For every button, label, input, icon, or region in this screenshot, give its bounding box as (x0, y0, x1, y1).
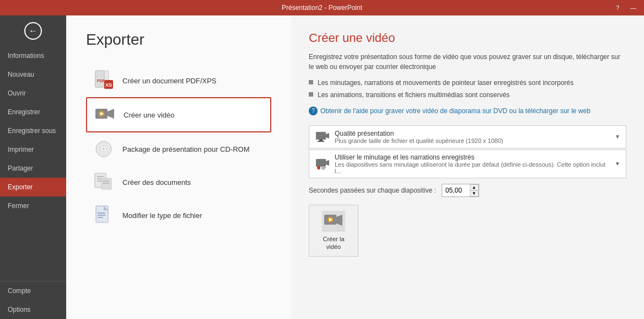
window-title: Présentation2 - PowerPoint (282, 4, 362, 12)
sidebar-item-enregistrer[interactable]: Enregistrer (0, 103, 66, 121)
export-option-pdf[interactable]: PDF XS Créer un document PDF/XPS (86, 64, 271, 97)
title-bar: Présentation2 - PowerPoint ? — (0, 0, 644, 15)
disc-icon (93, 138, 115, 160)
quality-dropdown-arrow: ▼ (615, 134, 620, 140)
svg-rect-24 (316, 132, 326, 140)
seconds-label: Secondes passées sur chaque diapositive … (309, 187, 436, 194)
svg-point-11 (103, 148, 105, 150)
sidebar: ← Informations Nouveau Ouvrir Enregistre… (0, 15, 66, 319)
seconds-row: Secondes passées sur chaque diapositive … (309, 184, 626, 197)
export-video-label: Créer une vidéo (124, 111, 175, 119)
svg-rect-28 (316, 159, 326, 167)
svg-rect-22 (98, 215, 105, 216)
sidebar-item-compte[interactable]: Compte (0, 281, 66, 300)
svg-rect-27 (318, 141, 324, 142)
svg-marker-25 (326, 133, 329, 139)
narration-icon (315, 156, 330, 172)
bullet-icon-1 (309, 80, 313, 84)
detail-bullets: Les minutages, narrations et mouvements … (309, 78, 626, 100)
detail-title: Créer une vidéo (309, 31, 626, 45)
minimize-button[interactable]: — (627, 3, 640, 12)
detail-panel: Créer une vidéo Enregistrez votre présen… (291, 15, 644, 319)
detail-description: Enregistrez votre présentation sous form… (309, 52, 626, 72)
create-video-button-label: Créer lavidéo (323, 235, 344, 251)
svg-rect-15 (97, 180, 101, 182)
narration-dropdown-arrow: ▼ (615, 161, 620, 167)
export-filetype-label: Modifier le type de fichier (122, 211, 202, 220)
seconds-input[interactable] (442, 185, 470, 196)
svg-text:PDF: PDF (97, 79, 105, 83)
seconds-input-wrap: ▲ ▼ (442, 184, 479, 197)
back-circle-icon: ← (24, 22, 42, 40)
create-video-button[interactable]: Créer lavidéo (309, 205, 358, 257)
help-link[interactable]: ? Obtenir de l'aide pour graver votre vi… (309, 107, 626, 115)
narration-dropdown-content: Utiliser le minutage et les narrations e… (335, 153, 610, 174)
export-option-filetype[interactable]: Modifier le type de fichier (86, 199, 271, 232)
svg-rect-17 (103, 180, 109, 182)
svg-text:XS: XS (105, 82, 112, 88)
content-area: Exporter PDF XS Créer un document PDF/XP… (66, 15, 291, 319)
seconds-down-button[interactable]: ▼ (470, 190, 479, 196)
seconds-spinners: ▲ ▼ (470, 184, 479, 196)
video-icon (94, 104, 116, 126)
svg-rect-31 (321, 167, 326, 168)
svg-marker-34 (336, 215, 342, 226)
seconds-up-button[interactable]: ▲ (470, 184, 479, 190)
sidebar-item-ouvrir[interactable]: Ouvrir (0, 84, 66, 103)
export-option-package[interactable]: Package de présentation pour CD-ROM (86, 132, 271, 166)
svg-marker-29 (326, 160, 329, 166)
file-icon (93, 204, 115, 226)
bullet-icon-2 (309, 92, 313, 97)
export-option-documents[interactable]: Créer des documents (86, 166, 271, 199)
svg-rect-23 (98, 217, 103, 218)
quality-dropdown-content: Qualité présentation Plus grande taille … (335, 130, 610, 144)
sidebar-item-fermer[interactable]: Fermer (0, 196, 66, 215)
svg-point-30 (317, 166, 320, 169)
quality-icon (315, 129, 330, 145)
back-button[interactable]: ← (0, 15, 66, 46)
export-package-label: Package de présentation pour CD-ROM (122, 145, 250, 153)
svg-rect-32 (321, 168, 325, 169)
svg-rect-21 (98, 212, 105, 214)
sidebar-item-partager[interactable]: Partager (0, 159, 66, 178)
svg-rect-26 (319, 139, 323, 141)
export-list: PDF XS Créer un document PDF/XPS (86, 64, 271, 232)
sidebar-item-enregistrer-sous[interactable]: Enregistrer sous (0, 121, 66, 140)
svg-marker-6 (108, 109, 114, 119)
docs-icon (93, 171, 115, 193)
create-video-icon (322, 211, 345, 232)
detail-bullet-2: Les animations, transitions et fichiers … (309, 91, 626, 100)
detail-bullet-1: Les minutages, narrations et mouvements … (309, 78, 626, 88)
sidebar-item-informations[interactable]: Informations (0, 46, 66, 65)
export-pdf-label: Créer un document PDF/XPS (122, 77, 217, 85)
sidebar-item-nouveau[interactable]: Nouveau (0, 65, 66, 84)
svg-rect-18 (103, 183, 109, 184)
sidebar-item-options[interactable]: Options (0, 300, 66, 319)
svg-rect-19 (96, 206, 108, 222)
narration-dropdown[interactable]: Utiliser le minutage et les narrations e… (309, 150, 626, 178)
help-circle-icon: ? (309, 107, 318, 115)
export-option-video[interactable]: Créer une vidéo (86, 97, 271, 132)
pdf-icon: PDF XS (93, 70, 115, 92)
svg-rect-13 (97, 176, 104, 177)
sidebar-item-imprimer[interactable]: Imprimer (0, 140, 66, 159)
page-title: Exporter (86, 31, 271, 49)
sidebar-item-exporter[interactable]: Exporter (0, 178, 66, 196)
quality-dropdown[interactable]: Qualité présentation Plus grande taille … (309, 125, 626, 148)
export-docs-label: Créer des documents (122, 178, 191, 187)
help-button[interactable]: ? (613, 3, 622, 12)
